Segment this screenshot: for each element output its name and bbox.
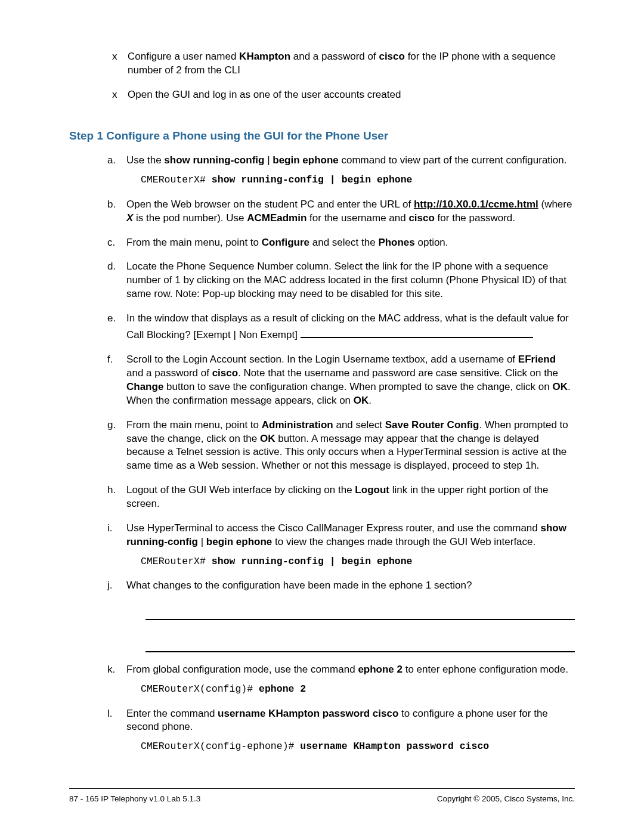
step-f: f. Scroll to the Login Account section. …	[107, 353, 575, 408]
marker: b.	[107, 198, 116, 212]
step1-heading: Step 1 Configure a Phone using the GUI f…	[69, 128, 575, 144]
step-l: l. Enter the command username KHampton p…	[107, 707, 575, 754]
text: option.	[415, 237, 448, 248]
bold: Configure	[262, 237, 309, 248]
cli-block: CMERouterX# show running-config | begin …	[141, 174, 575, 187]
step-g: g. From the main menu, point to Administ…	[107, 419, 575, 473]
command: show running-config | begin ephone	[212, 556, 413, 567]
text: and a password of	[126, 367, 212, 379]
bold: OK	[354, 395, 369, 406]
step-j: j. What changes to the configuration hav…	[107, 579, 575, 652]
text: Scroll to the Login Account section. In …	[126, 354, 518, 365]
text: command to view part of the current conf…	[339, 154, 567, 166]
marker: c.	[107, 236, 115, 250]
step-d: d. Locate the Phone Sequence Number colu…	[107, 260, 575, 301]
answer-line-2	[145, 636, 575, 652]
text: Configure a user named	[128, 51, 239, 62]
text: Use the	[126, 154, 164, 166]
text: .	[369, 395, 371, 406]
command: show running-config | begin ephone	[212, 174, 413, 185]
step-a: a. Use the show running-config | begin e…	[107, 154, 575, 187]
bold: username KHampton password cisco	[218, 708, 398, 719]
step1-list: a. Use the show running-config | begin e…	[69, 154, 575, 753]
marker: j.	[107, 579, 113, 593]
cli-block: CMERouterX(config-ephone)# username KHam…	[141, 740, 575, 753]
step-e: e. In the window that displays as a resu…	[107, 312, 575, 342]
marker: d.	[107, 260, 116, 274]
text: Open the GUI and log in as one of the us…	[128, 89, 401, 100]
marker: h.	[107, 484, 116, 497]
bold: Save Router Config	[385, 419, 479, 431]
bold: begin ephone	[273, 154, 339, 166]
intro-bullets: Configure a user named KHampton and a pa…	[69, 50, 575, 102]
text: Use HyperTerminal to access the Cisco Ca…	[126, 522, 540, 534]
command: username KHampton password cisco	[300, 741, 489, 752]
answer-line-1	[145, 603, 575, 620]
bold-pwd: cisco	[379, 51, 404, 62]
cli-block: CMERouterX(config)# ephone 2	[141, 683, 575, 696]
step-h: h. Logout of the GUI Web interface by cl…	[107, 484, 575, 511]
marker: g.	[107, 419, 116, 432]
bold: show running-config	[164, 154, 264, 166]
url-link: http://10.X0.0.1/ccme.html	[414, 199, 538, 210]
bold: cisco	[408, 212, 434, 224]
prompt: CMERouterX(config)#	[141, 683, 259, 695]
bold: ephone 2	[358, 664, 402, 675]
bold-name: KHampton	[239, 51, 290, 62]
text: and select	[333, 419, 385, 431]
step-i: i. Use HyperTerminal to access the Cisco…	[107, 522, 575, 568]
text: to enter ephone configuration mode.	[402, 664, 568, 675]
bold: Logout	[355, 484, 389, 496]
text: and a password of	[290, 51, 379, 62]
text: From the main menu, point to	[126, 419, 262, 431]
text: for the username and	[306, 212, 408, 224]
step-c: c. From the main menu, point to Configur…	[107, 236, 575, 250]
prompt: CMERouterX#	[141, 174, 212, 185]
text: Open the Web browser on the student PC a…	[126, 199, 414, 210]
prompt: CMERouterX#	[141, 556, 212, 567]
answer-blank	[301, 326, 533, 338]
text: button to save the configuration change.…	[163, 381, 552, 392]
text: Locate the Phone Sequence Number column.…	[126, 261, 566, 299]
bold: OK	[260, 433, 275, 444]
bold: cisco	[212, 367, 238, 379]
bold: begin ephone	[206, 536, 273, 547]
footer-right: Copyright © 2005, Cisco Systems, Inc.	[437, 794, 575, 804]
footer-left: 87 - 165 IP Telephony v1.0 Lab 5.1.3	[69, 794, 200, 804]
intro-item-1: Configure a user named KHampton and a pa…	[112, 50, 575, 78]
text: What changes to the configuration have b…	[126, 580, 472, 591]
text: Enter the command	[126, 708, 218, 719]
marker: f.	[107, 353, 113, 367]
step-k: k. From global configuration mode, use t…	[107, 663, 575, 696]
text: From the main menu, point to	[126, 237, 262, 248]
text: and select the	[309, 237, 378, 248]
cli-block: CMERouterX# show running-config | begin …	[141, 555, 575, 568]
marker: l.	[107, 707, 113, 721]
page-footer: 87 - 165 IP Telephony v1.0 Lab 5.1.3 Cop…	[69, 788, 575, 804]
text: |	[264, 154, 273, 166]
bold: EFriend	[518, 354, 556, 365]
step-b: b. Open the Web browser on the student P…	[107, 198, 575, 225]
command: ephone 2	[259, 683, 306, 695]
marker: a.	[107, 154, 116, 168]
text: is the pod number). Use	[133, 212, 247, 224]
text: (where	[538, 199, 572, 210]
marker: i.	[107, 522, 113, 535]
text: . Note that the username and password ar…	[238, 367, 558, 379]
marker: k.	[107, 663, 115, 677]
bold: Change	[126, 381, 163, 392]
text: for the password.	[435, 212, 515, 224]
bold-italic: X	[126, 212, 133, 224]
bold: OK	[552, 381, 568, 392]
text: to view the changes made through the GUI…	[272, 536, 535, 547]
intro-item-2: Open the GUI and log in as one of the us…	[112, 88, 575, 102]
text: Logout of the GUI Web interface by click…	[126, 484, 355, 496]
bold: Administration	[262, 419, 333, 431]
document-page: Configure a user named KHampton and a pa…	[0, 0, 644, 833]
text: From global configuration mode, use the …	[126, 664, 358, 675]
bold: ACMEadmin	[247, 212, 306, 224]
text: |	[198, 536, 206, 547]
prompt: CMERouterX(config-ephone)#	[141, 741, 300, 752]
bold: Phones	[378, 237, 414, 248]
marker: e.	[107, 312, 116, 326]
